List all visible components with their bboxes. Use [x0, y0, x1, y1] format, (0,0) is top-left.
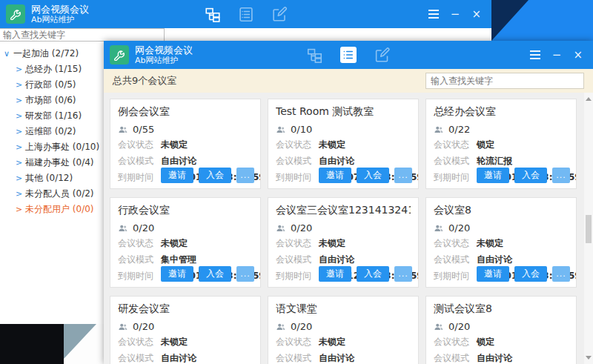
chevron-icon[interactable]: >: [16, 189, 25, 199]
status-value: 未锁定: [319, 336, 345, 348]
close-button[interactable]: ×: [471, 9, 481, 20]
join-button[interactable]: 入会: [199, 266, 231, 282]
chevron-icon[interactable]: >: [16, 111, 25, 121]
summary-bar: 总共9个会议室: [104, 69, 593, 93]
wrench-icon: [10, 8, 21, 20]
room-search-input[interactable]: [425, 73, 584, 89]
mode-value: 轮流汇报: [477, 155, 512, 168]
invite-button[interactable]: 邀请: [477, 266, 509, 282]
mode-value: 自由讨论: [161, 155, 196, 168]
expire-label: 到期时间: [118, 270, 161, 282]
invite-button[interactable]: 邀请: [161, 266, 193, 282]
chevron-icon[interactable]: >: [16, 173, 25, 183]
chevron-icon[interactable]: >: [16, 64, 25, 74]
mode-value: 自由讨论: [319, 155, 354, 168]
status-value: 未锁定: [319, 139, 345, 151]
room-name: 例会会议室: [118, 105, 253, 119]
tree-item-label: 市场部 (0/6): [25, 94, 76, 107]
people-icon: [434, 223, 444, 234]
more-button[interactable]: ...: [394, 266, 412, 282]
meeting-list-icon[interactable]: [238, 7, 254, 22]
mode-value: 自由讨论: [319, 254, 354, 266]
mode-label: 会议模式: [118, 254, 161, 266]
tree-item-label: 总经办 (1/15): [25, 63, 82, 76]
tree-item-label: 运维部 (0/2): [25, 125, 76, 138]
invite-button[interactable]: 邀请: [477, 168, 509, 183]
join-button[interactable]: 入会: [357, 168, 389, 183]
desktop-navy-triangle: [491, 0, 529, 41]
more-button[interactable]: ...: [394, 168, 412, 183]
org-chart-icon[interactable]: [205, 7, 220, 22]
status-label: 会议状态: [276, 139, 319, 151]
tree-item-label: 其他 (0/12): [25, 172, 73, 185]
room-name: 研发会议室: [118, 302, 253, 316]
chevron-icon[interactable]: >: [16, 80, 25, 90]
chevron-icon[interactable]: ∨: [4, 49, 13, 59]
status-label: 会议状态: [434, 336, 477, 348]
app-logo: [6, 4, 25, 24]
scrollbar[interactable]: [584, 93, 593, 364]
edit-icon[interactable]: [271, 7, 287, 22]
more-button[interactable]: ...: [552, 266, 570, 282]
edit-icon[interactable]: [374, 47, 390, 63]
expire-label: 到期时间: [276, 270, 319, 282]
status-label: 会议状态: [276, 237, 319, 250]
join-button[interactable]: 入会: [514, 168, 547, 183]
chevron-icon[interactable]: >: [16, 142, 25, 152]
status-label: 会议状态: [434, 139, 477, 151]
status-value: 未锁定: [161, 336, 188, 348]
meeting-rooms-titlebar[interactable]: 网会视频会议 Ab网站维护: [104, 41, 593, 69]
expire-label: 到期时间: [434, 270, 477, 282]
tree-item-label: 一起加油 (2/72): [13, 47, 79, 60]
scroll-up-icon[interactable]: [586, 97, 592, 101]
tree-search-input[interactable]: [0, 28, 165, 42]
minimize-button[interactable]: −: [552, 50, 562, 61]
status-label: 会议状态: [118, 237, 161, 250]
more-button[interactable]: ...: [552, 168, 570, 183]
more-button[interactable]: ...: [236, 266, 254, 282]
minimize-button[interactable]: −: [451, 9, 460, 20]
room-name: 测试会议室8: [434, 302, 569, 316]
mode-label: 会议模式: [434, 352, 477, 364]
desktop-black-shape: [0, 324, 64, 364]
join-button[interactable]: 入会: [357, 266, 389, 282]
room-name: 会议室三会议室123141324141三会...: [276, 204, 411, 217]
invite-button[interactable]: 邀请: [319, 266, 351, 282]
room-occupancy: 0/55: [133, 124, 154, 135]
more-button[interactable]: ...: [236, 168, 254, 183]
room-occupancy: 0/22: [448, 124, 470, 135]
menu-icon[interactable]: [530, 50, 540, 59]
invite-button[interactable]: 邀请: [161, 168, 193, 183]
meeting-room-card: Test Room 测试教室 0/10 会议状态 未锁定 会议模式 自由讨论 到…: [268, 99, 419, 189]
join-button[interactable]: 入会: [514, 266, 547, 282]
meeting-list-icon[interactable]: [340, 47, 357, 63]
menu-icon[interactable]: [428, 10, 439, 19]
chevron-icon[interactable]: >: [16, 127, 25, 136]
mode-label: 会议模式: [276, 155, 319, 168]
chevron-icon[interactable]: >: [16, 158, 25, 168]
meeting-rooms-window: 网会视频会议 Ab网站维护: [104, 41, 593, 364]
background-window-titlebar[interactable]: 网会视频会议 Ab网站维护: [0, 0, 491, 28]
join-button[interactable]: 入会: [199, 168, 231, 183]
people-icon: [118, 223, 128, 234]
scrollbar-thumb[interactable]: [586, 215, 592, 243]
mode-label: 会议模式: [434, 155, 477, 168]
app-subtitle: Ab网站维护: [135, 56, 193, 65]
mode-value: 自由讨论: [161, 352, 196, 364]
status-label: 会议状态: [276, 336, 319, 348]
meeting-room-card: 研发会议室 0/20 会议状态 未锁定 会议模式 自由讨论 到期时间 2022-…: [110, 296, 261, 364]
room-occupancy: 0/20: [448, 321, 470, 332]
close-button[interactable]: ×: [573, 50, 583, 61]
org-chart-icon[interactable]: [307, 47, 322, 63]
people-icon: [118, 125, 128, 135]
meeting-room-card: 测试会议室8 0/20 会议状态 锁定 会议模式 自由讨论 到期时间 2021-…: [425, 296, 577, 364]
scroll-down-icon[interactable]: [586, 356, 592, 360]
invite-button[interactable]: 邀请: [319, 168, 351, 183]
meeting-room-card: 总经办会议室 0/22 会议状态 锁定 会议模式 轮流汇报 到期时间 2022-…: [425, 99, 577, 189]
meeting-room-card: 会议室三会议室123141324141三会... 0/20 会议状态 未锁定 会…: [268, 197, 419, 288]
chevron-icon[interactable]: >: [16, 96, 25, 105]
room-name: 会议室8: [434, 204, 569, 217]
chevron-icon[interactable]: >: [16, 205, 25, 214]
mode-label: 会议模式: [276, 254, 319, 266]
room-name: Test Room 测试教室: [276, 105, 411, 119]
